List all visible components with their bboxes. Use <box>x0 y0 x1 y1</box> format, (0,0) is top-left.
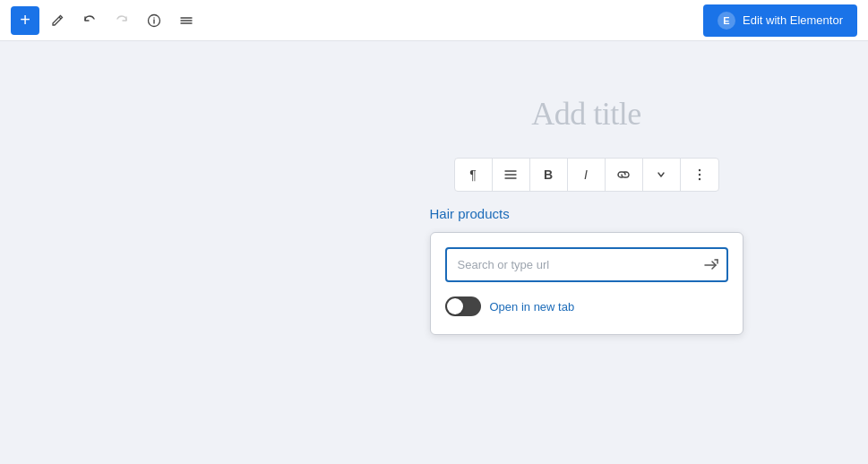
edit-elementor-label: Edit with Elementor <box>743 13 843 27</box>
italic-button[interactable]: I <box>568 159 606 191</box>
more-button[interactable] <box>643 159 681 191</box>
menu-button[interactable] <box>172 6 201 35</box>
open-new-tab-row: Open in new tab <box>445 293 728 320</box>
redo-button[interactable] <box>107 6 136 35</box>
url-submit-button[interactable] <box>703 258 719 272</box>
toggle-knob <box>447 298 463 314</box>
format-toolbar: ¶ B I <box>454 158 719 192</box>
svg-point-10 <box>698 174 700 176</box>
hair-products-link[interactable]: Hair products <box>430 206 510 221</box>
url-input-wrapper <box>445 247 728 282</box>
top-toolbar: + E Edit with Elementor <box>0 0 868 41</box>
open-new-tab-toggle[interactable] <box>445 296 481 316</box>
link-button[interactable] <box>606 159 643 191</box>
bold-button[interactable]: B <box>530 159 568 191</box>
elementor-icon: E <box>718 12 735 30</box>
content-area: Add title ¶ B I <box>0 41 868 464</box>
info-button[interactable] <box>140 6 168 35</box>
paragraph-button[interactable]: ¶ <box>455 159 493 191</box>
url-popup: Open in new tab <box>430 232 743 335</box>
canvas: Add title ¶ B I <box>305 41 868 464</box>
left-sidebar <box>0 41 305 464</box>
undo-button[interactable] <box>75 6 104 35</box>
align-button[interactable] <box>493 159 530 191</box>
edit-elementor-button[interactable]: E Edit with Elementor <box>703 4 857 37</box>
add-button[interactable]: + <box>11 6 39 35</box>
options-button[interactable] <box>681 159 718 191</box>
svg-point-9 <box>698 169 700 171</box>
svg-point-2 <box>153 17 154 18</box>
svg-point-11 <box>698 178 700 180</box>
open-new-tab-label: Open in new tab <box>490 300 575 314</box>
add-title-placeholder[interactable]: Add title <box>531 95 640 133</box>
pencil-button[interactable] <box>43 6 72 35</box>
url-search-input[interactable] <box>445 247 728 282</box>
